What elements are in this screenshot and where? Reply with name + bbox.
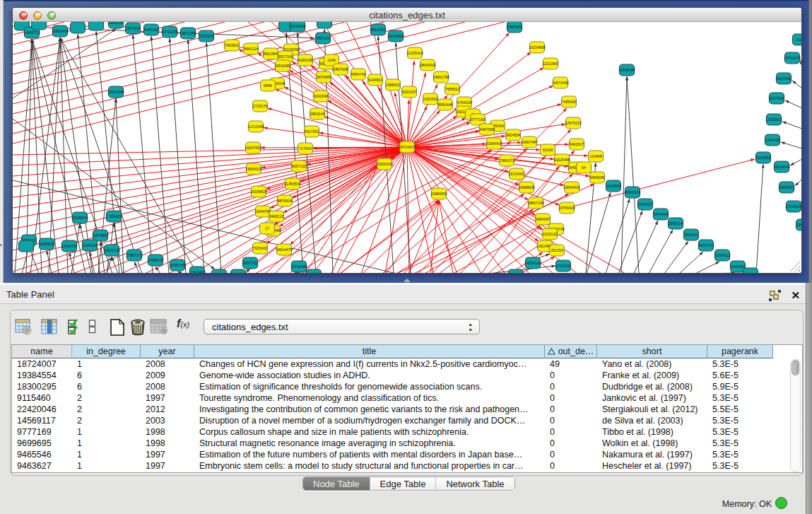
- table-options-icon[interactable]: [15, 318, 32, 335]
- tab-network-table[interactable]: Network Table: [436, 477, 514, 490]
- graph-node-label: 12942737: [61, 244, 78, 248]
- table-row[interactable]: 911546021997Tourette syndrome. Phenomeno…: [12, 392, 773, 404]
- table-body: 1872400712008Changes of HCN gene express…: [12, 358, 773, 472]
- cell-in_degree: 6: [72, 381, 141, 392]
- cell-year: 1998: [141, 426, 194, 438]
- column-header-title[interactable]: title: [194, 345, 545, 358]
- column-header-year[interactable]: year: [141, 345, 194, 358]
- graph-node-label: 2803144: [310, 112, 325, 116]
- status-bar: Memory: OK: [0, 495, 806, 514]
- sort-ascending-icon: [548, 346, 555, 353]
- graph-node-label: 16154808: [529, 45, 546, 49]
- function-icon[interactable]: f(x): [177, 317, 196, 330]
- column-header-name[interactable]: name: [12, 345, 72, 358]
- graph-node-teal[interactable]: [89, 22, 104, 30]
- cell-title: Embryonic stem cells: a model to study s…: [194, 460, 545, 472]
- cell-title: Genome-wide association studies in ADHD.: [194, 370, 545, 381]
- graph-node-teal[interactable]: [231, 269, 246, 273]
- graph-node-label: 8912954: [264, 52, 278, 56]
- stacked-squares-icon[interactable]: [88, 318, 97, 335]
- cell-short: Stergiakouli et al. (2012): [597, 404, 707, 415]
- table-row[interactable]: 1830029562008Estimation of significance …: [12, 381, 773, 392]
- graph-node-label: 19384554: [430, 192, 447, 196]
- close-panel-icon[interactable]: ✕: [791, 289, 800, 301]
- network-window-titlebar[interactable]: citations_edges.txt: [13, 8, 801, 22]
- select-rows-icon[interactable]: [67, 318, 83, 335]
- graph-node-teal[interactable]: [307, 269, 322, 273]
- delete-icon[interactable]: [130, 318, 147, 337]
- graph-node-label: 64: [582, 165, 586, 170]
- table-row[interactable]: 1872400712008Changes of HCN gene express…: [12, 358, 773, 370]
- split-pane-grip[interactable]: [404, 279, 411, 282]
- graph-node-label: 9660124: [244, 47, 259, 51]
- cell-title: Investigating the contribution of common…: [194, 404, 545, 415]
- collapsed-west-panel[interactable]: ▸: [0, 0, 4, 283]
- graph-node-teal[interactable]: [32, 22, 47, 30]
- table-row[interactable]: 946554611997Estimation of the future num…: [12, 449, 773, 460]
- graph-node-label: 3675685: [317, 75, 331, 79]
- cell-short: Tibbo et al. (1998): [597, 426, 707, 438]
- graph-node-label: 2935114: [669, 221, 683, 226]
- cytoscape-app: citations_edges.txt 14055713206914061065…: [0, 0, 812, 514]
- graph-node-label: 7857224: [316, 36, 331, 40]
- graph-node-label: 10958107: [147, 258, 164, 262]
- graph-node-label: 16914479: [276, 247, 293, 252]
- network-canvas[interactable]: 1405571320691406106532871527602646616010…: [13, 22, 801, 273]
- graph-node-teal[interactable]: [71, 22, 86, 33]
- graph-node-teal[interactable]: [317, 22, 332, 28]
- column-header-short[interactable]: short: [597, 345, 707, 358]
- float-panel-icon[interactable]: [769, 289, 781, 301]
- graph-node-label: 8471676: [699, 243, 714, 247]
- graph-node-label: 9463627: [570, 142, 584, 146]
- graph-node-label: 17957275: [126, 253, 143, 257]
- cell-out_de: 0: [545, 404, 597, 415]
- cell-in_degree: 1: [72, 460, 141, 472]
- import-table-disabled-icon[interactable]: [150, 318, 168, 335]
- table-row[interactable]: 1938455462009Genome-wide association stu…: [12, 370, 773, 381]
- new-file-icon[interactable]: [109, 318, 126, 337]
- column-header-in_degree[interactable]: in_degree: [72, 345, 141, 358]
- graph-node-teal[interactable]: [743, 268, 758, 273]
- table-row[interactable]: 2242004622012Investigating the contribut…: [12, 404, 773, 415]
- cell-year: 2009: [141, 370, 194, 381]
- graph-node-label: 17016504: [785, 204, 801, 209]
- table-row[interactable]: 946362711997Embryonic stem cells: a mode…: [12, 460, 773, 472]
- cell-year: 2012: [141, 404, 194, 415]
- graph-node-label: 9527509: [278, 54, 293, 59]
- graph-node-teal[interactable]: [509, 269, 524, 273]
- cell-title: Corpus callosum shape and size in male p…: [194, 426, 545, 438]
- scrollbar-thumb[interactable]: [792, 360, 799, 375]
- tab-node-table[interactable]: Node Table: [303, 477, 370, 490]
- show-column-icon[interactable]: [41, 318, 58, 335]
- cell-out_de: 0: [545, 426, 597, 438]
- table-row[interactable]: 969969511998Structural magnetic resonanc…: [12, 438, 773, 449]
- table-row[interactable]: 1456911722003Disruption of a novel membe…: [12, 415, 773, 426]
- tab-edge-table[interactable]: Edge Table: [370, 477, 437, 490]
- citation-network-graph[interactable]: 1405571320691406106532871527602646616010…: [13, 22, 801, 273]
- table-select-dropdown[interactable]: citations_edges.txt ▲▼: [204, 319, 480, 334]
- graph-node-label: 2718176: [253, 104, 268, 108]
- graph-node-label: 7485063: [562, 100, 577, 104]
- cell-name: 9465546: [12, 449, 72, 460]
- graph-node-teal[interactable]: [212, 269, 227, 273]
- table-row[interactable]: 977716911998Corpus callosum shape and si…: [12, 426, 773, 438]
- graph-node-label: 18807249: [527, 201, 544, 205]
- graph-node-label: 10033809: [289, 24, 306, 28]
- graph-node-label: 10719155: [161, 30, 178, 34]
- graph-node-label: 10054112: [714, 253, 730, 257]
- graph-node-label: 18724007: [399, 145, 416, 149]
- column-header-out_de[interactable]: out_de…: [545, 345, 597, 358]
- table-vertical-scrollbar[interactable]: [790, 359, 801, 472]
- graph-node-label: 15751074: [784, 56, 801, 60]
- column-header-pagerank[interactable]: pagerank: [707, 345, 773, 358]
- graph-node-label: 12093822: [765, 117, 782, 122]
- cell-short: Franke et al. (2009): [597, 370, 707, 381]
- graph-node-teal[interactable]: [19, 240, 34, 252]
- cell-short: Nakamura et al. (1997): [597, 449, 707, 460]
- graph-node-label: 8454749: [351, 72, 366, 76]
- memory-indicator[interactable]: [775, 497, 787, 509]
- table-toolbar: f(x) citations_edges.txt ▲▼: [11, 310, 803, 343]
- graph-node-label: 19218506: [387, 34, 404, 38]
- graph-node-label: 252254: [551, 248, 563, 252]
- graph-node-label: 15692971: [778, 185, 795, 189]
